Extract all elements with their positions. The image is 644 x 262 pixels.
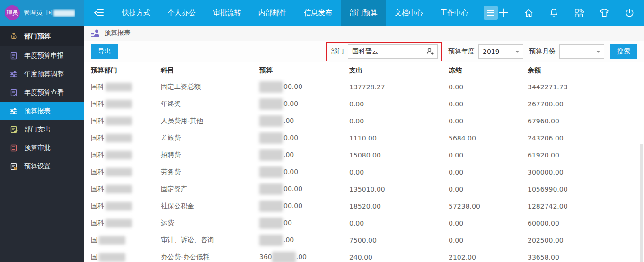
avatar-text: 理员 <box>7 9 18 17</box>
top-bar: 理员 管理员 -国 快捷方式个人办公审批流转内部邮件信息发布部门预算文档中心工作… <box>0 0 644 26</box>
doc-gear-icon <box>9 163 18 170</box>
redacted-budget-amount <box>259 166 283 178</box>
cell-frozen: 0.00 <box>449 232 528 249</box>
cell-expense: 0.00 <box>349 96 449 113</box>
cell-balance: 61920.00 <box>528 147 644 164</box>
scrollbar-thumb[interactable] <box>640 144 643 262</box>
cell-balance: 1282742.00 <box>528 198 644 215</box>
sidebar-item-2[interactable]: 年度预算调整 <box>0 65 84 83</box>
redacted-dept-name <box>106 202 132 210</box>
bell-icon[interactable] <box>548 8 559 18</box>
top-nav-item[interactable]: 文档中心 <box>386 0 432 26</box>
cell-budget-dept: 国科 <box>84 215 161 232</box>
redacted-dept-name <box>106 151 132 159</box>
top-nav-item[interactable]: 内部邮件 <box>250 0 295 26</box>
avatar[interactable]: 理员 <box>5 5 20 20</box>
redacted-dept-name <box>106 134 132 142</box>
year-select[interactable]: 2019 <box>478 44 523 59</box>
cell-frozen: 57238.00 <box>449 198 528 215</box>
dept-filter-highlight: 部门 国科晋云 <box>326 42 442 61</box>
cell-expense: 240.00 <box>349 249 449 262</box>
redacted-budget-amount <box>259 132 283 144</box>
cell-budget-dept: 国科 <box>84 164 161 181</box>
apps-icon[interactable] <box>573 8 584 18</box>
cell-balance: 202500.00 <box>528 232 644 249</box>
table-row: 国办公费-办公低耗360.00240.002102.0033658.00 <box>84 249 644 262</box>
content: 预算报表 导出 部门 国科晋云 预算年度 2019 <box>84 26 644 262</box>
redacted-dept-name <box>106 100 132 108</box>
sidebar-item-4[interactable]: 预算报表 <box>0 102 84 120</box>
sidebar-item-label: 部门支出 <box>24 125 51 134</box>
cell-frozen: 0.00 <box>449 96 528 113</box>
power-icon[interactable] <box>624 8 635 18</box>
cell-subject: 运费 <box>161 215 259 232</box>
redacted-dept-name <box>106 185 132 193</box>
plus-icon[interactable] <box>498 7 509 18</box>
sidebar-collapse-icon[interactable] <box>91 5 107 21</box>
search-button[interactable]: 搜索 <box>610 44 637 59</box>
sidebar-item-5[interactable]: 部门支出 <box>0 120 84 139</box>
user-label: 管理员 -国 <box>24 9 75 17</box>
cell-budget: 00.00 <box>259 181 349 198</box>
year-select-value: 2019 <box>483 48 500 55</box>
top-nav-item[interactable]: 快捷方式 <box>114 0 159 26</box>
dept-label: 部门 <box>331 47 344 56</box>
add-person-icon[interactable] <box>426 47 434 56</box>
cell-budget: 0.00 <box>259 130 349 147</box>
col-header-budget-dept: 预算部门 <box>84 62 161 79</box>
sidebar-item-label: 部门预算 <box>24 32 51 41</box>
cell-subject: 人员费用-其他 <box>161 113 259 130</box>
cell-budget-dept: 国科 <box>84 130 161 147</box>
sidebar-item-dept-budget[interactable]: 部门预算 <box>0 26 84 46</box>
cell-expense: 1110.00 <box>349 130 449 147</box>
month-select[interactable] <box>559 44 604 59</box>
sidebar: 部门预算年度预算申报年度预算调整年度预算查看预算报表部门支出预算审批预算设置 <box>0 26 84 262</box>
cell-expense: 0.00 <box>349 164 449 181</box>
month-filter: 预算月份 <box>529 44 604 59</box>
sidebar-item-7[interactable]: 预算设置 <box>0 157 84 175</box>
cell-expense: 15080.00 <box>349 147 449 164</box>
cell-subject: 差旅费 <box>161 130 259 147</box>
cell-budget-dept: 国科 <box>84 79 161 96</box>
top-bar-user-area: 理员 管理员 -国 <box>0 0 84 26</box>
top-nav-item[interactable]: 部门预算 <box>341 0 386 26</box>
doc-pen-icon <box>9 126 18 133</box>
export-button[interactable]: 导出 <box>91 44 118 59</box>
cell-balance: 33658.00 <box>528 249 644 262</box>
sidebar-item-3[interactable]: 年度预算查看 <box>0 83 84 102</box>
top-nav-item[interactable]: 工作中心 <box>432 0 477 26</box>
sidebar-item-1[interactable]: 年度预算申报 <box>0 46 84 65</box>
top-nav-item[interactable]: 审批流转 <box>204 0 250 26</box>
sidebar-item-6[interactable]: 预算审批 <box>0 139 84 157</box>
theme-icon[interactable] <box>599 8 610 18</box>
cell-subject: 固定工资总额 <box>161 79 259 96</box>
cell-subject: 年终奖 <box>161 96 259 113</box>
cell-budget: 0.00 <box>259 164 349 181</box>
sidebar-item-label: 年度预算申报 <box>24 52 64 60</box>
cell-budget-dept: 国科 <box>84 181 161 198</box>
cell-balance: 3442271.73 <box>528 79 644 96</box>
table-row: 国科差旅费0.001110.005684.00243206.00 <box>84 130 644 147</box>
cell-subject: 招聘费 <box>161 147 259 164</box>
sidebar-item-label: 年度预算查看 <box>24 88 64 97</box>
dept-input[interactable]: 国科晋云 <box>348 44 438 59</box>
cell-frozen: 2102.00 <box>449 249 528 262</box>
top-nav-item[interactable]: 个人办公 <box>159 0 204 26</box>
home-icon[interactable] <box>523 8 534 18</box>
redacted-dept-name <box>106 83 132 91</box>
col-header-frozen: 冻结 <box>449 62 528 79</box>
cell-balance: 300000.00 <box>528 164 644 181</box>
cell-balance: 67960.00 <box>528 113 644 130</box>
budget-table-wrap: 预算部门 科目 预算 支出 冻结 余额 国科固定工资总额00.00137728.… <box>84 62 644 262</box>
top-nav-item[interactable]: 信息发布 <box>295 0 341 26</box>
cell-expense: 7500.00 <box>349 232 449 249</box>
table-row: 国科招聘费.0015080.000.0061920.00 <box>84 147 644 164</box>
toolbar: 导出 部门 国科晋云 预算年度 2019 <box>84 41 644 62</box>
dept-input-value: 国科晋云 <box>352 47 379 56</box>
redacted-budget-amount <box>259 81 283 93</box>
breadcrumb: 预算报表 <box>84 26 644 41</box>
chevron-down-icon <box>596 51 600 53</box>
table-row: 国科固定工资总额00.00137728.270.003442271.73 <box>84 79 644 96</box>
col-header-subject: 科目 <box>161 62 259 79</box>
more-menus-icon[interactable] <box>484 6 498 20</box>
